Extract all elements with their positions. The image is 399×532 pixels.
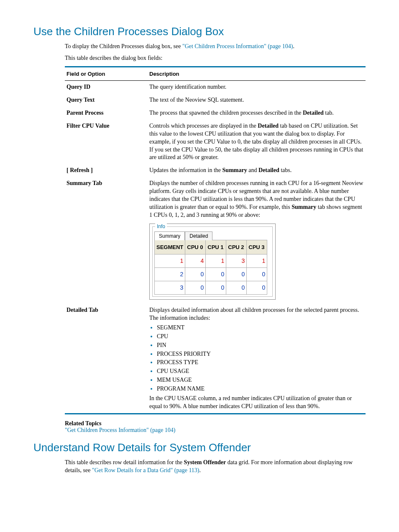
desc-text: In the CPU USAGE column, a red number in…	[149, 395, 352, 409]
related-topics-title: Related Topics	[65, 420, 366, 427]
grid-header-segment: SEGMENT	[155, 240, 185, 254]
desc-bold: Detailed	[303, 110, 324, 116]
grid-row: 3 0 0 0 0	[155, 281, 267, 295]
intro-text-pre: To display the Children Processes dialog…	[65, 43, 182, 49]
list-item: PROCESS TYPE	[157, 359, 364, 367]
grid-header-cpu1: CPU 1	[206, 240, 226, 254]
cell-value: 3	[226, 254, 247, 268]
info-legend: Info	[155, 223, 167, 230]
field-parent-process: Parent Process	[65, 107, 148, 120]
desc-bold: Summary	[223, 167, 247, 173]
cell-value: 0	[206, 281, 226, 295]
section-heading-children-processes: Use the Children Processes Dialog Box	[33, 25, 366, 38]
col-header-field: Field or Option	[65, 67, 148, 80]
list-item: SEGMENT	[157, 324, 364, 332]
list-item: PROCESS PRIORITY	[157, 350, 364, 358]
tab-detailed[interactable]: Detailed	[185, 231, 212, 240]
field-refresh: [ Refresh ]	[65, 164, 148, 177]
desc-bold: Detailed	[258, 123, 279, 129]
related-topics: Related Topics "Get Children Process Inf…	[33, 420, 366, 434]
intro-paragraph-2: This table describes the dialog box fiel…	[33, 54, 366, 62]
list-item: CPU USAGE	[157, 368, 364, 375]
section-heading-row-details: Understand Row Details for System Offend…	[33, 441, 366, 454]
cell-value: 0	[226, 281, 247, 295]
desc-detailed-tab: Displays detailed information about all …	[148, 304, 366, 413]
grid-header-cpu0: CPU 0	[185, 240, 206, 254]
table-row: Summary Tab Displays the number of child…	[65, 177, 366, 304]
desc-query-text: The text of the Neoview SQL statement.	[148, 94, 366, 107]
field-detailed-tab: Detailed Tab	[65, 304, 148, 413]
desc-parent-process: The process that spawned the children pr…	[148, 107, 366, 120]
cell-value: 4	[185, 254, 206, 268]
desc-text: Displays detailed information about all …	[149, 307, 359, 321]
section2-paragraph: This table describes row detail informat…	[33, 458, 366, 475]
list-item: PIN	[157, 342, 364, 350]
table-row: Parent Process The process that spawned …	[65, 107, 366, 120]
desc-text: Updates the information in the	[149, 167, 223, 173]
desc-filter-cpu: Controls which processes are displayed i…	[148, 120, 366, 164]
desc-query-id: The query identification number.	[148, 81, 366, 94]
table-row: Query Text The text of the Neoview SQL s…	[65, 94, 366, 107]
field-query-text: Query Text	[65, 94, 148, 107]
cell-value: 1	[247, 254, 267, 268]
cell-value: 0	[185, 268, 206, 281]
tab-strip: SummaryDetailed	[154, 231, 271, 240]
desc-text: Controls which processes are displayed i…	[149, 123, 258, 129]
link-get-children-process-info[interactable]: "Get Children Process Information" (page…	[182, 43, 293, 49]
list-item: PROGRAM NAME	[157, 385, 364, 393]
cell-value: 0	[247, 268, 267, 281]
field-filter-cpu: Filter CPU Value	[65, 120, 148, 164]
link-get-row-details[interactable]: "Get Row Details for a Data Grid" (page …	[92, 467, 200, 473]
desc-text: The process that spawned the children pr…	[149, 110, 303, 116]
cell-value: 0	[226, 268, 247, 281]
field-summary-tab: Summary Tab	[65, 177, 148, 304]
cell-segment: 2	[155, 268, 185, 281]
desc-bold: Detailed	[258, 167, 279, 173]
desc-text: .	[200, 467, 201, 473]
desc-bold: System Offender	[184, 459, 226, 465]
table-row: [ Refresh ] Updates the information in t…	[65, 164, 366, 177]
table-row: Filter CPU Value Controls which processe…	[65, 120, 366, 164]
summary-grid: SEGMENT CPU 0 CPU 1 CPU 2 CPU 3 1 4 1	[154, 240, 267, 295]
intro-text-post: .	[293, 43, 294, 49]
cell-value: 0	[185, 281, 206, 295]
desc-text: This table describes row detail informat…	[65, 459, 184, 465]
cell-value: 1	[206, 254, 226, 268]
desc-text: tabs.	[279, 167, 292, 173]
cell-value: 0	[206, 268, 226, 281]
grid-header-cpu3: CPU 3	[247, 240, 267, 254]
desc-text: and	[247, 167, 258, 173]
field-table-container: Field or Option Description Query ID The…	[65, 66, 366, 414]
tab-summary[interactable]: Summary	[154, 231, 185, 240]
grid-row: 1 4 1 3 1	[155, 254, 267, 268]
cell-value: 0	[247, 281, 267, 295]
detailed-info-list: SEGMENT CPU PIN PROCESS PRIORITY PROCESS…	[149, 324, 364, 393]
info-figure: Info SummaryDetailed SEGMENT CPU 0 CPU 1…	[149, 224, 276, 300]
desc-refresh: Updates the information in the Summary a…	[148, 164, 366, 177]
cell-segment: 3	[155, 281, 185, 295]
col-header-description: Description	[148, 67, 366, 80]
desc-summary-tab: Displays the number of children processe…	[148, 177, 366, 304]
grid-row: 2 0 0 0 0	[155, 268, 267, 281]
field-query-id: Query ID	[65, 81, 148, 94]
table-row: Detailed Tab Displays detailed informati…	[65, 304, 366, 413]
desc-bold: Summary	[292, 204, 316, 210]
cell-segment: 1	[155, 254, 185, 268]
info-groupbox: Info SummaryDetailed SEGMENT CPU 0 CPU 1…	[152, 226, 273, 297]
list-item: MEM USAGE	[157, 376, 364, 384]
link-related-get-children-process-info[interactable]: "Get Children Process Information" (page…	[65, 427, 176, 433]
desc-text: tab.	[324, 110, 334, 116]
list-item: CPU	[157, 333, 364, 341]
grid-header-cpu2: CPU 2	[226, 240, 247, 254]
table-row: Query ID The query identification number…	[65, 81, 366, 94]
intro-paragraph-1: To display the Children Processes dialog…	[33, 42, 366, 51]
field-option-table: Field or Option Description Query ID The…	[65, 67, 366, 413]
table-bottom-rule	[65, 413, 366, 414]
